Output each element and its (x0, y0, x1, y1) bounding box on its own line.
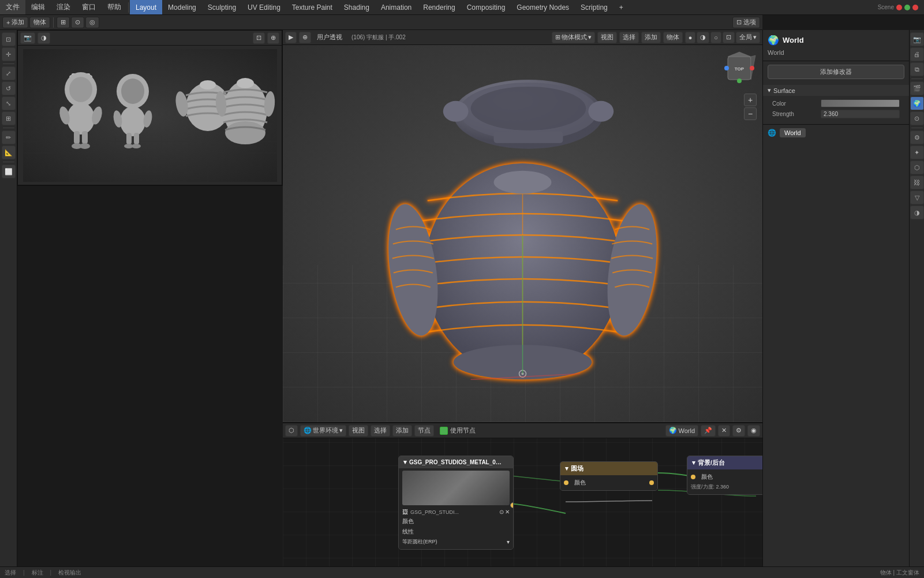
workspace-rendering[interactable]: Rendering (417, 0, 461, 14)
rp-constraints-icon[interactable]: ⛓ (910, 176, 924, 189)
rp-object-icon[interactable]: ⊙ (910, 111, 924, 125)
rp-material-icon[interactable]: ◑ (910, 206, 924, 219)
ne-options-btn[interactable]: ⚙ (732, 425, 745, 437)
main-vp-editor-type[interactable]: ▶ (285, 32, 297, 43)
add-icon: + (6, 19, 10, 26)
snap-button[interactable]: ⊙ (71, 17, 84, 28)
node-graph[interactable]: ▾ GSG_PRO_STUDIOS_METAL_041.exr 🖼 GSG_PR… (283, 438, 762, 578)
ne-view-menu[interactable]: 视图 (349, 425, 368, 437)
mini-viewport[interactable]: 📷 ◑ ⊡ ⊕ (17, 30, 283, 186)
select-box-tool[interactable]: ⊡ (2, 32, 16, 46)
main-viewport[interactable]: ▶ ⊕ 用户透视 (106) 宇航服 | 手.002 ⊞ 物体模式 ▾ 视图 选… (283, 30, 762, 422)
rp-modifier-icon[interactable]: ⚙ (910, 130, 924, 144)
workspace-shading[interactable]: Shading (338, 0, 375, 14)
select-menu-btn[interactable]: 选择 (619, 32, 639, 43)
use-nodes-toggle[interactable]: 使用节点 (436, 426, 479, 435)
menu-help[interactable]: 帮助 (102, 0, 127, 14)
object-button[interactable]: 物体 (29, 17, 50, 28)
viewport-shading-rendered[interactable]: ○ (710, 32, 721, 43)
viewport-overlays-btn[interactable]: ⊡ (723, 32, 735, 43)
scale-tool[interactable]: ⤡ (2, 96, 16, 110)
workspace-sculpting[interactable]: Sculpting (202, 0, 242, 14)
gsg-node[interactable]: ▾ GSG_PRO_STUDIOS_METAL_041.exr 🖼 GSG_PR… (398, 456, 514, 550)
strength-prop-row: Strength 2.360 (768, 109, 904, 120)
object-menu-btn[interactable]: 物体 (663, 32, 683, 43)
rp-render-icon[interactable]: 📷 (910, 32, 924, 46)
workspace-animation[interactable]: Animation (375, 0, 417, 14)
gsg-image-row[interactable]: 🖼 GSG_PRO_STUDI... ⊙ ✕ (402, 508, 510, 516)
ne-editor-type[interactable]: ⬡ (285, 425, 298, 437)
nav-cube[interactable]: TOP (722, 51, 757, 85)
rp-output-icon[interactable]: 🖨 (910, 47, 924, 61)
mini-viewport-header: 📷 ◑ ⊡ ⊕ (18, 31, 282, 46)
workspace-texture-paint[interactable]: Texture Paint (286, 0, 338, 14)
workspace-geometry-nodes[interactable]: Geometry Nodes (511, 0, 575, 14)
node-editor-toolbar: ⬡ 🌐 世界环境 ▾ 视图 选择 添加 节点 使用节点 🌍 World (283, 423, 762, 438)
circular-node[interactable]: ▾ 圆场 颜色 (560, 461, 658, 491)
workspace-modeling[interactable]: Modeling (162, 0, 202, 14)
gsg-icon-1[interactable]: ⊙ (499, 509, 504, 515)
world-color-header[interactable]: ▾ Surface (763, 85, 909, 96)
object-mode-dropdown[interactable]: ⊞ 物体模式 ▾ (552, 32, 595, 43)
mini-vp-gizmo[interactable]: ⊕ (267, 32, 279, 44)
viewport-overlays[interactable]: ⊡ 选项 (732, 17, 760, 28)
workspace-compositing[interactable]: Compositing (461, 0, 511, 14)
proportional-edit[interactable]: ◎ (85, 17, 99, 28)
mini-vp-shading[interactable]: ◑ (38, 32, 50, 44)
ne-world-env-btn[interactable]: 🌐 世界环境 ▾ (300, 425, 346, 437)
ne-close-btn[interactable]: ✕ (718, 425, 730, 437)
ne-pin-btn[interactable]: 📌 (701, 425, 716, 437)
rp-view-layer-icon[interactable]: ⧉ (910, 62, 924, 76)
mini-scene (18, 31, 282, 185)
mini-vp-mode-icon[interactable]: 📷 (20, 32, 35, 44)
menu-window[interactable]: 窗口 (76, 0, 102, 14)
cursor-tool[interactable]: ✛ (2, 47, 16, 61)
mini-vp-overlay[interactable]: ⊡ (253, 32, 265, 44)
svg-point-20 (120, 106, 145, 136)
add-object-button[interactable]: + 添加 (2, 17, 28, 28)
ne-render-type[interactable]: ◉ (747, 425, 760, 437)
transform-tool[interactable]: ⊞ (2, 111, 16, 125)
measure-tool[interactable]: 📐 (2, 146, 16, 159)
ne-world-selector[interactable]: 🌍 World (665, 425, 698, 437)
add-workspace-button[interactable]: + (613, 0, 629, 14)
workspace-uv-editing[interactable]: UV Editing (242, 0, 286, 14)
workspace-layout[interactable]: Layout (130, 0, 162, 14)
add-cube-tool[interactable]: ⬜ (2, 165, 16, 178)
rp-scene-icon[interactable]: 🎬 (910, 81, 924, 95)
global-local-btn[interactable]: 全局 ▾ (736, 32, 760, 43)
rp-world-icon[interactable]: 🌍 (910, 96, 924, 110)
world-label-display[interactable]: World (780, 128, 806, 137)
ltb-sep-3 (3, 162, 14, 162)
menu-file[interactable]: 文件 (0, 0, 25, 14)
viewport-shading-solid[interactable]: ● (685, 32, 696, 43)
viewport-shading-material[interactable]: ◑ (697, 32, 709, 43)
rp-physics-icon[interactable]: ⬡ (910, 161, 924, 174)
rotate-tool[interactable]: ↺ (2, 81, 16, 95)
svg-point-17 (80, 143, 90, 149)
scene-label: Scene (878, 4, 894, 10)
move-tool[interactable]: ⤢ (2, 66, 16, 80)
zoom-out-button[interactable]: − (744, 107, 757, 120)
view-menu-btn[interactable]: 视图 (597, 32, 617, 43)
gsg-icon-2[interactable]: ✕ (505, 509, 510, 515)
use-nodes-checkbox[interactable] (440, 427, 448, 435)
strength-value[interactable]: 2.360 (821, 110, 900, 118)
add-menu-btn[interactable]: 添加 (641, 32, 661, 43)
color-value[interactable] (821, 99, 900, 107)
annotate-tool[interactable]: ✏ (2, 130, 16, 144)
zoom-in-button[interactable]: + (744, 94, 757, 106)
add-modifier-button[interactable]: 添加修改器 (768, 65, 904, 79)
rp-data-icon[interactable]: ▽ (910, 191, 924, 204)
close-icon: ✕ (721, 427, 727, 434)
svg-point-26 (132, 144, 141, 148)
workspace-scripting[interactable]: Scripting (575, 0, 613, 14)
ne-select-menu[interactable]: 选择 (371, 425, 390, 437)
menu-render[interactable]: 渲染 (51, 0, 76, 14)
menu-edit[interactable]: 编辑 (25, 0, 51, 14)
rp-particles-icon[interactable]: ✦ (910, 146, 924, 159)
main-vp-mode-select[interactable]: ⊕ (299, 32, 311, 43)
transform-orientations[interactable]: ⊞ (57, 17, 70, 28)
ne-add-menu[interactable]: 添加 (392, 425, 412, 437)
ne-node-menu[interactable]: 节点 (414, 425, 434, 437)
